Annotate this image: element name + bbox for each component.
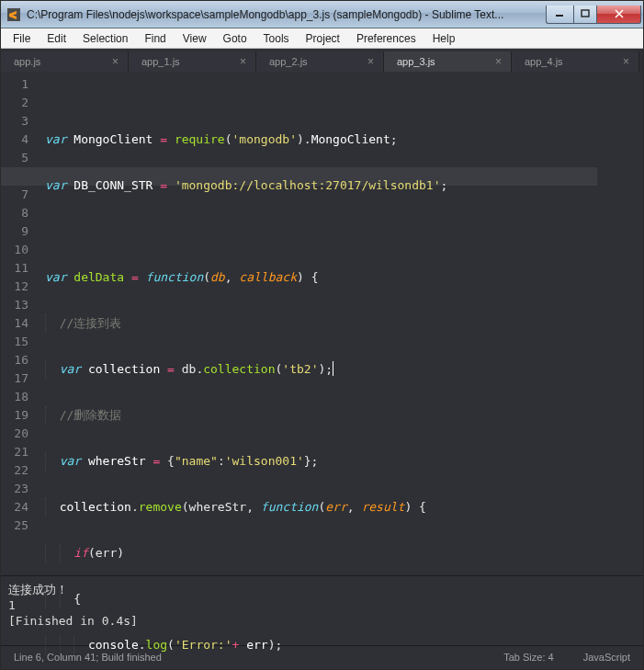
menu-find[interactable]: Find bbox=[136, 30, 174, 47]
editor[interactable]: 1234567891011121314151617181920212223242… bbox=[1, 72, 643, 575]
menu-selection[interactable]: Selection bbox=[74, 30, 136, 47]
close-icon[interactable]: × bbox=[367, 56, 374, 67]
svg-rect-2 bbox=[582, 10, 589, 17]
tab-app-js[interactable]: app.js × bbox=[1, 51, 129, 72]
sublime-icon bbox=[6, 7, 21, 22]
menu-file[interactable]: File bbox=[5, 30, 39, 47]
menu-project[interactable]: Project bbox=[298, 30, 348, 47]
window-close-button[interactable] bbox=[597, 6, 641, 24]
tab-label: app_3.js bbox=[397, 56, 435, 67]
maximize-icon bbox=[581, 9, 590, 18]
close-icon[interactable]: × bbox=[240, 56, 246, 67]
tab-label: app_4.js bbox=[525, 56, 563, 67]
menu-edit[interactable]: Edit bbox=[39, 30, 74, 47]
tab-app-4-js[interactable]: app_4.js × bbox=[512, 51, 639, 72]
menu-goto[interactable]: Goto bbox=[215, 30, 255, 47]
close-icon bbox=[614, 9, 625, 18]
menu-help[interactable]: Help bbox=[424, 30, 464, 47]
menu-tools[interactable]: Tools bbox=[255, 30, 298, 47]
menu-preferences[interactable]: Preferences bbox=[348, 30, 424, 47]
tab-label: app.js bbox=[14, 56, 40, 67]
menu-view[interactable]: View bbox=[175, 30, 215, 47]
menu-bar: File Edit Selection Find View Goto Tools… bbox=[1, 28, 643, 49]
window-maximize-button[interactable] bbox=[573, 6, 597, 24]
tab-app-2-js[interactable]: app_2.js × bbox=[256, 51, 384, 72]
tab-bar: app.js × app_1.js × app_2.js × app_3.js … bbox=[1, 49, 643, 72]
window-title: C:\Program Files\nodejs\workspace\sample… bbox=[27, 8, 546, 21]
tab-label: app_2.js bbox=[269, 56, 308, 67]
code-area[interactable]: var MongoClient = require('mongodb').Mon… bbox=[45, 72, 597, 575]
line-gutter: 1234567891011121314151617181920212223242… bbox=[1, 72, 45, 575]
window-minimize-button[interactable] bbox=[546, 6, 573, 24]
tab-app-3-js[interactable]: app_3.js × bbox=[384, 51, 512, 72]
minimap[interactable] bbox=[597, 72, 643, 575]
text-caret bbox=[333, 361, 333, 376]
close-icon[interactable]: × bbox=[495, 56, 502, 67]
close-icon[interactable]: × bbox=[112, 56, 119, 67]
tab-app-1-js[interactable]: app_1.js × bbox=[129, 51, 256, 72]
minimize-icon bbox=[556, 9, 565, 18]
close-icon[interactable]: × bbox=[623, 56, 629, 67]
svg-rect-1 bbox=[556, 15, 563, 17]
tab-label: app_1.js bbox=[141, 56, 180, 67]
console-line: 1 bbox=[8, 598, 16, 612]
window-titlebar: C:\Program Files\nodejs\workspace\sample… bbox=[1, 1, 643, 28]
